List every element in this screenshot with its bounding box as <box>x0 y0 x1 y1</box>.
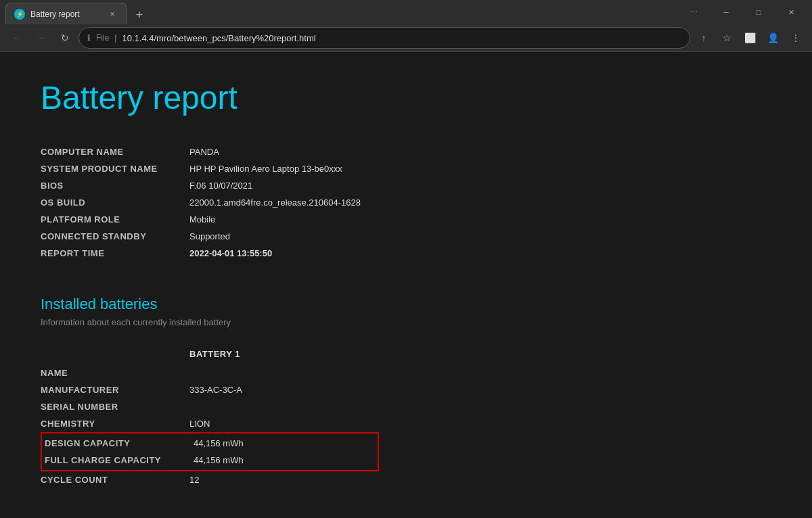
label-connected-standby: CONNECTED STANDBY <box>41 231 189 241</box>
info-row-connected-standby: CONNECTED STANDBY Supported <box>41 228 771 245</box>
share-button[interactable]: ↑ <box>693 27 715 49</box>
info-row-report-time: REPORT TIME 2022-04-01 13:55:50 <box>41 245 771 262</box>
window-controls: ⋯ ─ □ ✕ <box>678 0 807 24</box>
new-tab-button[interactable]: + <box>130 5 149 24</box>
info-row-bios: BIOS F.06 10/07/2021 <box>41 177 771 194</box>
tab-favicon: ⚡ <box>14 9 25 20</box>
active-tab[interactable]: ⚡ Battery report × <box>5 3 127 24</box>
battery-label-chemistry: CHEMISTRY <box>41 419 189 429</box>
favicon-icon: ⚡ <box>16 11 24 18</box>
battery-row-chemistry: CHEMISTRY LION <box>41 415 379 432</box>
address-separator: | <box>114 33 116 43</box>
label-os-build: OS BUILD <box>41 197 189 208</box>
info-row-computer-name: COMPUTER NAME PANDA <box>41 143 771 160</box>
reload-button[interactable]: ↻ <box>54 27 76 49</box>
title-bar: ⚡ Battery report × + ⋯ ─ □ ✕ <box>0 0 812 24</box>
battery-label-cycle-count: CYCLE COUNT <box>41 475 189 485</box>
bookmark-button[interactable]: ☆ <box>716 27 738 49</box>
value-product-name: HP HP Pavilion Aero Laptop 13-be0xxx <box>189 164 342 174</box>
tab-title: Battery report <box>30 9 101 19</box>
tabs-area: ⚡ Battery report × + <box>5 0 678 24</box>
battery-value-serial <box>189 402 379 412</box>
battery-row-serial: SERIAL NUMBER <box>41 398 379 415</box>
split-view-button[interactable]: ⬜ <box>739 27 761 49</box>
browser-more-button[interactable]: ⋮ <box>785 27 807 49</box>
installed-batteries-section: Installed batteries Information about ea… <box>41 296 771 488</box>
battery-row-design-capacity: DESIGN CAPACITY 44,156 mWh <box>42 435 378 452</box>
close-button[interactable]: ✕ <box>775 0 807 24</box>
battery-row-manufacturer: MANUFACTURER 333-AC-3C-A <box>41 381 379 398</box>
battery-table-header: BATTERY 1 <box>41 344 379 364</box>
battery-row-name: NAME <box>41 364 379 381</box>
system-info-table: COMPUTER NAME PANDA SYSTEM PRODUCT NAME … <box>41 143 771 262</box>
value-bios: F.06 10/07/2021 <box>189 181 252 191</box>
value-connected-standby: Supported <box>189 231 230 241</box>
file-label: File <box>96 33 109 43</box>
info-row-os-build: OS BUILD 22000.1.amd64fre.co_release.210… <box>41 194 771 211</box>
page-title: Battery report <box>41 79 771 116</box>
address-url: 10.1.4.4/mro/between_pcs/Battery%20repor… <box>122 33 681 43</box>
minimize-button[interactable]: ─ <box>710 0 742 24</box>
battery-row-cycle-count: CYCLE COUNT 12 <box>41 471 379 488</box>
label-computer-name: COMPUTER NAME <box>41 147 189 157</box>
battery-row-full-charge-capacity: FULL CHARGE CAPACITY 44,156 mWh <box>42 452 378 469</box>
battery-value-manufacturer: 333-AC-3C-A <box>189 385 379 395</box>
tab-close-button[interactable]: × <box>106 8 118 20</box>
battery-value-name <box>189 368 379 378</box>
info-row-product-name: SYSTEM PRODUCT NAME HP HP Pavilion Aero … <box>41 160 771 177</box>
value-platform-role: Mobile <box>189 214 215 225</box>
highlighted-capacity-rows: DESIGN CAPACITY 44,156 mWh FULL CHARGE C… <box>41 432 379 471</box>
label-report-time: REPORT TIME <box>41 248 189 258</box>
battery-label-name: NAME <box>41 368 189 378</box>
profile-button[interactable]: 👤 <box>762 27 784 49</box>
battery-label-serial: SERIAL NUMBER <box>41 402 189 412</box>
battery-header-empty <box>41 349 189 359</box>
page-content: Battery report COMPUTER NAME PANDA SYSTE… <box>0 52 812 518</box>
address-bar[interactable]: ℹ File | 10.1.4.4/mro/between_pcs/Batter… <box>78 27 690 49</box>
battery-table: BATTERY 1 NAME MANUFACTURER 333-AC-3C-A … <box>41 344 379 488</box>
navigation-bar: ← → ↻ ℹ File | 10.1.4.4/mro/between_pcs/… <box>0 24 812 51</box>
battery-label-design-capacity: DESIGN CAPACITY <box>45 438 194 448</box>
battery-value-cycle-count: 12 <box>189 475 379 485</box>
battery-value-chemistry: LION <box>189 419 379 429</box>
section-subtitle-batteries: Information about each currently install… <box>41 317 771 327</box>
more-options-button[interactable]: ⋯ <box>678 0 709 24</box>
info-row-platform-role: PLATFORM ROLE Mobile <box>41 211 771 228</box>
section-title-batteries: Installed batteries <box>41 296 771 313</box>
label-product-name: SYSTEM PRODUCT NAME <box>41 164 189 174</box>
value-os-build: 22000.1.amd64fre.co_release.210604-1628 <box>189 197 361 208</box>
forward-button[interactable]: → <box>30 27 51 49</box>
value-report-time: 2022-04-01 13:55:50 <box>189 248 272 258</box>
label-platform-role: PLATFORM ROLE <box>41 214 189 225</box>
battery-header-col1: BATTERY 1 <box>189 349 379 359</box>
maximize-button[interactable]: □ <box>743 0 774 24</box>
browser-chrome: ⚡ Battery report × + ⋯ ─ □ ✕ ← → ↻ ℹ Fil… <box>0 0 812 52</box>
battery-label-manufacturer: MANUFACTURER <box>41 385 189 395</box>
label-bios: BIOS <box>41 181 189 191</box>
back-button[interactable]: ← <box>5 27 27 49</box>
battery-value-full-charge-capacity: 44,156 mWh <box>194 455 375 465</box>
battery-value-design-capacity: 44,156 mWh <box>194 438 375 448</box>
value-computer-name: PANDA <box>189 147 219 157</box>
nav-actions: ↑ ☆ ⬜ 👤 ⋮ <box>693 27 807 49</box>
address-info-icon: ℹ <box>87 33 91 43</box>
battery-label-full-charge-capacity: FULL CHARGE CAPACITY <box>45 455 194 465</box>
